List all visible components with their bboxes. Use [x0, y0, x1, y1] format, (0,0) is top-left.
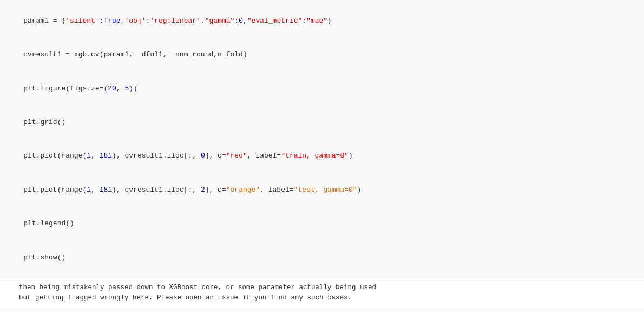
code-line-4: plt.grid() — [6, 106, 638, 139]
warning-section: then being mistakenly passed down to XGB… — [0, 279, 644, 309]
code-line-3: plt.figure(figsize=(20, 5)) — [6, 72, 638, 106]
warning-line-1: then being mistakenly passed down to XGB… — [19, 283, 638, 293]
chart-area: 16 14 12 10 8 6 4 2 0 — [0, 309, 644, 313]
code-line-5: plt.plot(range(1, 181), cvresult1.iloc[:… — [6, 140, 638, 173]
code-line-6: plt.plot(range(1, 181), cvresult1.iloc[:… — [6, 173, 638, 207]
code-line-1: param1 = {'silent':True,'obj':'reg:linea… — [6, 4, 638, 38]
code-line-8: plt.show() — [6, 241, 638, 275]
code-line-2: cvresult1 = xgb.cv(param1, dful1, num_ro… — [6, 38, 638, 71]
code-section: param1 = {'silent':True,'obj':'reg:linea… — [0, 0, 644, 279]
warning-line-2: but getting flagged wrongly here. Please… — [19, 293, 638, 303]
code-line-7: plt.legend() — [6, 207, 638, 240]
